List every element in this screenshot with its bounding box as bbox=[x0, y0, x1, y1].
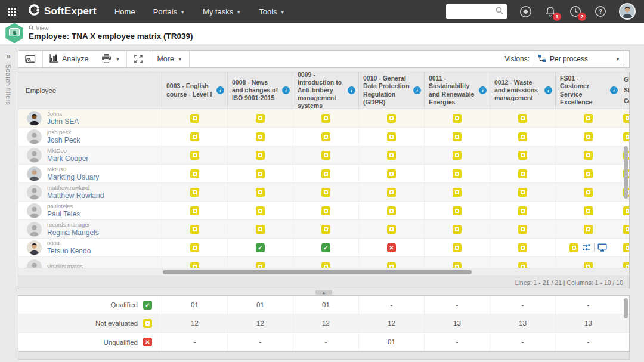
not-evaluated-status-icon[interactable] bbox=[453, 114, 462, 123]
summary-vertical-scrollbar-thumb[interactable] bbox=[624, 298, 628, 318]
employee-column-header[interactable]: Employee bbox=[18, 72, 162, 109]
not-evaluated-status-icon[interactable] bbox=[321, 151, 330, 160]
column-header-0010[interactable]: 0010 - General Data Protection Regulatio… bbox=[358, 72, 424, 109]
help-icon[interactable]: ? bbox=[594, 5, 607, 18]
qualified-status-icon[interactable]: ✓ bbox=[321, 243, 330, 252]
not-evaluated-status-icon[interactable] bbox=[256, 188, 265, 197]
not-evaluated-status-icon[interactable] bbox=[518, 114, 527, 123]
not-evaluated-status-icon[interactable] bbox=[387, 151, 396, 160]
search-icon[interactable] bbox=[496, 6, 503, 17]
not-evaluated-status-icon[interactable] bbox=[518, 206, 527, 215]
not-evaluated-status-icon[interactable] bbox=[518, 225, 527, 234]
not-evaluated-status-icon[interactable] bbox=[453, 225, 462, 234]
menu-item-portals[interactable]: Portals▼ bbox=[153, 7, 185, 16]
not-evaluated-status-icon[interactable] bbox=[321, 114, 330, 123]
column-header-fs01[interactable]: FS01 - Customer Service Excellencei bbox=[555, 72, 621, 109]
not-evaluated-status-icon[interactable] bbox=[518, 132, 527, 141]
grid-horizontal-scrollbar-thumb[interactable] bbox=[163, 270, 472, 274]
not-evaluated-status-icon[interactable] bbox=[584, 132, 593, 141]
menu-item-tools[interactable]: Tools▼ bbox=[259, 7, 284, 16]
menu-item-home[interactable]: Home bbox=[114, 7, 135, 16]
column-header-0009[interactable]: 0009 - Introduction to Anti-bribery mana… bbox=[293, 72, 358, 109]
column-header-0008[interactable]: 0008 - News and changes of ISO 9001:2015… bbox=[227, 72, 293, 109]
not-evaluated-status-icon[interactable] bbox=[190, 225, 199, 234]
not-evaluated-status-icon[interactable] bbox=[518, 188, 527, 197]
employee-name[interactable]: Josh Peck bbox=[47, 137, 80, 144]
unqualified-status-icon[interactable]: ✕ bbox=[387, 243, 396, 252]
not-evaluated-status-icon[interactable] bbox=[190, 114, 199, 123]
employee-row[interactable]: records.managerRegina Mangels bbox=[18, 220, 629, 239]
user-avatar[interactable] bbox=[619, 3, 636, 20]
not-evaluated-status-icon[interactable] bbox=[256, 114, 265, 123]
employee-row[interactable]: josh.peckJosh Peck bbox=[18, 128, 629, 146]
not-evaluated-status-icon[interactable] bbox=[256, 151, 265, 160]
employee-name[interactable]: Matthew Rowland bbox=[47, 192, 104, 200]
app-grid-icon[interactable] bbox=[0, 0, 24, 23]
not-evaluated-status-icon[interactable] bbox=[321, 132, 330, 141]
employee-row[interactable]: 0004Tetsuo Kendo✓✓✕ bbox=[18, 239, 629, 257]
qualified-status-icon[interactable]: ✓ bbox=[256, 243, 265, 252]
fullscreen-button[interactable] bbox=[127, 51, 150, 67]
employee-name[interactable]: Paul Teles bbox=[47, 211, 80, 218]
employee-name[interactable]: Markting Usuary bbox=[47, 174, 99, 181]
not-evaluated-status-icon[interactable] bbox=[256, 132, 265, 141]
not-evaluated-status-icon[interactable] bbox=[256, 206, 265, 215]
more-button[interactable]: More ▼ bbox=[150, 51, 188, 67]
column-header-0011[interactable]: 0011 - Sustainability and Renewable Ener… bbox=[424, 72, 490, 109]
softexpert-logo[interactable]: SoftExpert bbox=[29, 4, 97, 18]
employee-name[interactable]: Mark Cooper bbox=[47, 155, 88, 163]
not-evaluated-status-icon[interactable] bbox=[387, 114, 396, 123]
info-icon[interactable]: i bbox=[348, 86, 355, 94]
splitter-handle[interactable]: ▲ bbox=[315, 290, 332, 295]
not-evaluated-status-icon[interactable] bbox=[453, 188, 462, 197]
print-button[interactable]: ▼ bbox=[95, 51, 126, 67]
info-icon[interactable]: i bbox=[610, 86, 618, 94]
display-settings-button[interactable] bbox=[18, 51, 42, 67]
transfer-evaluation-icon[interactable] bbox=[581, 243, 591, 252]
not-evaluated-status-icon[interactable] bbox=[321, 225, 330, 234]
monitor-training-icon[interactable] bbox=[597, 243, 607, 252]
not-evaluated-status-icon[interactable] bbox=[387, 206, 396, 215]
info-icon[interactable]: i bbox=[216, 86, 224, 94]
not-evaluated-status-icon[interactable] bbox=[321, 188, 330, 197]
analyze-button[interactable]: Analyze bbox=[43, 51, 95, 67]
not-evaluated-status-icon[interactable] bbox=[453, 132, 462, 141]
print-dropdown-caret-icon[interactable]: ▼ bbox=[115, 57, 120, 62]
info-icon[interactable]: i bbox=[282, 86, 290, 94]
visions-dropdown[interactable]: Per process ▼ bbox=[534, 52, 624, 66]
not-evaluated-status-icon[interactable] bbox=[584, 225, 593, 234]
quick-access-icon[interactable] bbox=[519, 5, 532, 18]
not-evaluated-status-icon[interactable] bbox=[518, 169, 527, 178]
not-evaluated-status-icon[interactable] bbox=[518, 151, 527, 160]
employee-row[interactable]: MktUsuMarkting Usuary bbox=[18, 165, 629, 183]
pending-activities-icon[interactable]: 2 bbox=[569, 5, 582, 18]
search-filters-panel-toggle[interactable]: » Search filters bbox=[0, 49, 17, 362]
not-evaluated-status-icon[interactable] bbox=[387, 225, 396, 234]
not-evaluated-status-icon[interactable] bbox=[190, 132, 199, 141]
employee-name[interactable]: Tetsuo Kendo bbox=[47, 247, 91, 255]
info-icon[interactable]: i bbox=[413, 86, 421, 94]
not-evaluated-status-icon[interactable] bbox=[584, 188, 593, 197]
column-header-0003[interactable]: 0003 - English course - Level Ii bbox=[162, 72, 227, 109]
info-icon[interactable]: i bbox=[479, 86, 487, 94]
not-evaluated-status-icon[interactable] bbox=[584, 169, 593, 178]
menu-item-my-tasks[interactable]: My tasks▼ bbox=[203, 7, 241, 16]
not-evaluated-status-icon[interactable] bbox=[584, 151, 593, 160]
grid-vertical-scrollbar-thumb[interactable] bbox=[624, 146, 628, 199]
not-evaluated-status-icon[interactable] bbox=[518, 243, 527, 252]
not-evaluated-status-icon[interactable] bbox=[453, 206, 462, 215]
not-evaluated-status-icon[interactable] bbox=[321, 206, 330, 215]
employee-row[interactable]: paulotelesPaul Teles bbox=[18, 202, 629, 220]
not-evaluated-status-icon[interactable] bbox=[453, 169, 462, 178]
column-header-0012[interactable]: 0012 - Waste and emissions managementi bbox=[490, 72, 555, 109]
not-evaluated-status-icon[interactable] bbox=[387, 188, 396, 197]
not-evaluated-status-icon[interactable] bbox=[569, 243, 578, 252]
not-evaluated-status-icon[interactable] bbox=[256, 169, 265, 178]
not-evaluated-status-icon[interactable] bbox=[321, 169, 330, 178]
employee-row[interactable]: MktCooMark Cooper bbox=[18, 146, 629, 165]
info-icon[interactable]: i bbox=[544, 86, 552, 94]
not-evaluated-status-icon[interactable] bbox=[584, 114, 593, 123]
not-evaluated-status-icon[interactable] bbox=[190, 188, 199, 197]
employee-row[interactable]: matthew.rowlandMatthew Rowland bbox=[18, 183, 629, 202]
not-evaluated-status-icon[interactable] bbox=[387, 132, 396, 141]
